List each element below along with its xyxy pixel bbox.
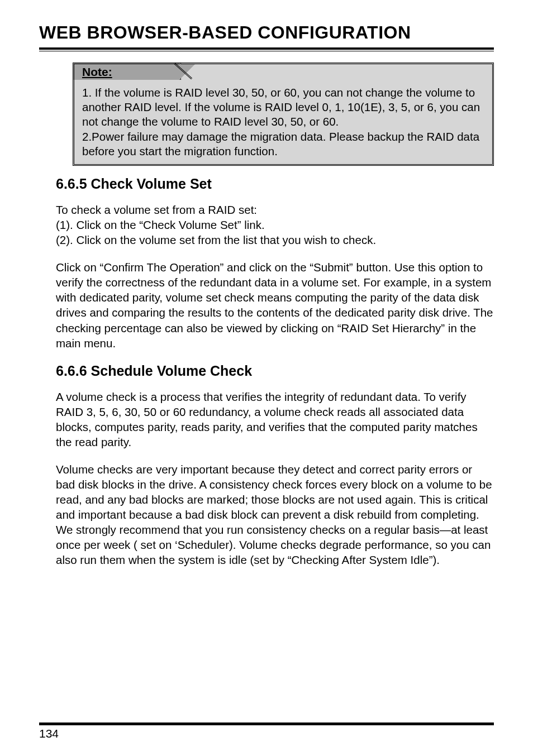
body-paragraph: To check a volume set from a RAID set: (… xyxy=(56,202,494,247)
content-body: 6.6.5 Check Volume Set To check a volume… xyxy=(56,176,494,567)
note-box: Note: 1. If the volume is RAID level 30,… xyxy=(73,63,494,166)
body-paragraph: A volume check is a process that verifie… xyxy=(56,389,494,449)
page-title: WEB BROWSER-BASED CONFIGURATION xyxy=(39,22,494,43)
title-rule-thin xyxy=(39,51,494,51)
note-label: Note: xyxy=(82,65,112,78)
footer-rule-thick xyxy=(39,723,494,725)
page-number: 134 xyxy=(39,727,494,740)
body-paragraph: Click on “Confirm The Operation” and cli… xyxy=(56,260,494,350)
page-footer: 134 xyxy=(39,721,494,740)
title-rule-thick xyxy=(39,47,494,50)
body-paragraph: Volume checks are very important because… xyxy=(56,462,494,567)
note-tab: Note: xyxy=(73,63,181,80)
section-heading-schedule-volume-check: 6.6.6 Schedule Volume Check xyxy=(56,363,494,379)
section-heading-check-volume-set: 6.6.5 Check Volume Set xyxy=(56,176,494,192)
